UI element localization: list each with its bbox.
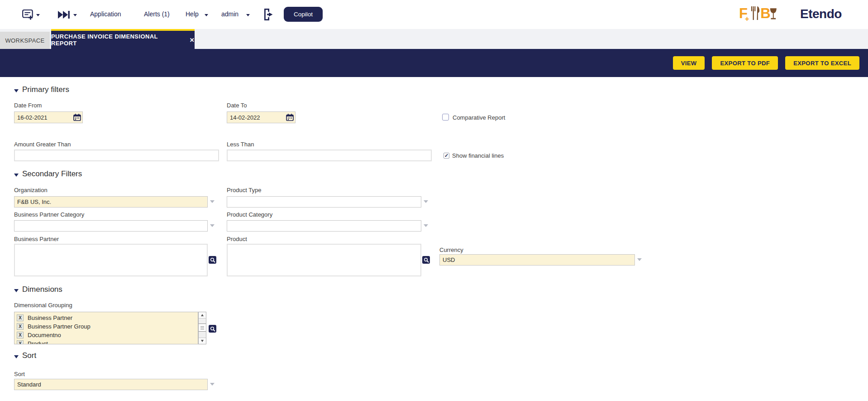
user-caret-icon[interactable] [246, 14, 250, 16]
sort-input[interactable] [14, 379, 208, 390]
scrollbar-thumb[interactable] [199, 324, 206, 332]
tab-workspace-label: WORKSPACE [5, 37, 44, 44]
copilot-button[interactable]: Copilot [284, 7, 323, 22]
currency-label: Currency [439, 246, 463, 253]
dimensional-grouping-label: Dimensional Grouping [14, 302, 72, 309]
etendo-logo: Etendo [800, 7, 842, 21]
dimensions-section-title[interactable]: Dimensions [22, 285, 62, 294]
secondary-filters-collapse-icon[interactable] [14, 174, 19, 177]
help-caret-icon[interactable] [205, 14, 208, 16]
export-to-excel-button[interactable]: EXPORT TO EXCEL [785, 56, 859, 70]
product-category-label: Product Category [227, 211, 272, 218]
date-from-label: Date From [14, 102, 42, 109]
remove-item-icon[interactable]: X [17, 340, 24, 344]
new-record-menu-icon[interactable] [22, 9, 34, 22]
date-from-calendar-icon[interactable] [73, 114, 81, 121]
nav-user-admin[interactable]: admin [221, 10, 238, 18]
wine-glass-glyph [770, 8, 777, 19]
list-item[interactable]: X Product [14, 339, 198, 344]
less-than-label: Less Than [227, 141, 254, 148]
sort-label: Sort [14, 371, 25, 377]
product-type-input[interactable] [227, 196, 421, 208]
sort-collapse-icon[interactable] [14, 355, 19, 358]
sort-section-title[interactable]: Sort [22, 351, 36, 360]
list-item-label: Documentno [28, 332, 61, 338]
nav-application[interactable]: Application [90, 10, 121, 18]
business-partner-category-dropdown-caret-icon[interactable] [210, 224, 215, 227]
remove-item-icon[interactable]: X [17, 314, 24, 321]
view-button[interactable]: VIEW [673, 56, 705, 70]
date-to-label: Date To [227, 102, 247, 109]
currency-input[interactable] [439, 254, 635, 266]
export-to-pdf-button[interactable]: EXPORT TO PDF [712, 56, 778, 70]
product-search-icon[interactable] [422, 256, 430, 264]
fnb-logo-plus: + [745, 14, 749, 23]
primary-filters-section-title[interactable]: Primary filters [22, 85, 69, 94]
remove-item-icon[interactable]: X [17, 323, 24, 330]
amount-greater-than-input[interactable] [14, 150, 219, 161]
comparative-report-label: Comparative Report [453, 114, 505, 121]
organization-label: Organization [14, 187, 48, 193]
skip-forward-caret-icon[interactable] [73, 14, 77, 16]
scrollbar-up-icon[interactable] [199, 312, 206, 319]
fork-knife-glyph [751, 6, 759, 20]
list-item-label: Business Partner [28, 314, 72, 321]
primary-filters-collapse-icon[interactable] [14, 89, 19, 92]
list-item-label: Product [28, 340, 48, 344]
business-partner-category-label: Business Partner Category [14, 211, 84, 218]
product-type-dropdown-caret-icon[interactable] [424, 200, 428, 203]
show-financial-lines-label: Show financial lines [452, 152, 504, 159]
secondary-filters-section-title[interactable]: Secondary Filters [22, 169, 82, 179]
scrollbar-down-icon[interactable] [199, 338, 206, 344]
sort-dropdown-caret-icon[interactable] [210, 383, 215, 386]
top-header-bar: Application Alerts (1) Help admin Copilo… [0, 0, 868, 29]
product-textarea[interactable] [227, 244, 421, 276]
logout-door-icon[interactable] [263, 8, 274, 23]
organization-dropdown-caret-icon[interactable] [210, 200, 215, 203]
report-toolbar: VIEW EXPORT TO PDF EXPORT TO EXCEL [0, 49, 868, 77]
nav-help[interactable]: Help [186, 10, 199, 18]
tab-purchase-invoice-dimensional-report[interactable]: PURCHASE INVOICE DIMENSIONAL REPORT ✕ [51, 29, 195, 49]
amount-greater-than-label: Amount Greater Than [14, 141, 71, 148]
fnb-client-logo: F + B [739, 3, 778, 25]
list-item-label: Business Partner Group [28, 323, 91, 330]
business-partner-textarea[interactable] [14, 244, 208, 276]
dimensions-collapse-icon[interactable] [14, 289, 19, 292]
show-financial-lines-checkbox[interactable]: ✓ [444, 153, 449, 159]
tab-workspace[interactable]: WORKSPACE [0, 32, 50, 49]
remove-item-icon[interactable]: X [17, 332, 24, 338]
tab-close-icon[interactable]: ✕ [190, 37, 195, 43]
skip-forward-icon[interactable] [57, 10, 70, 21]
application-window: Application Alerts (1) Help admin Copilo… [0, 0, 868, 401]
new-record-menu-caret-icon[interactable] [36, 14, 40, 16]
dimensional-grouping-list[interactable]: X Business Partner X Business Partner Gr… [14, 312, 198, 344]
organization-input[interactable] [14, 196, 208, 208]
dimensional-grouping-scrollbar[interactable] [198, 312, 206, 344]
list-item[interactable]: X Business Partner Group [14, 322, 198, 331]
product-label: Product [227, 236, 247, 242]
toolbar-button-group: VIEW EXPORT TO PDF EXPORT TO EXCEL [673, 56, 859, 70]
product-category-dropdown-caret-icon[interactable] [424, 224, 428, 227]
dimensional-grouping-search-icon[interactable] [209, 325, 216, 333]
product-type-label: Product Type [227, 187, 261, 193]
nav-alerts[interactable]: Alerts (1) [144, 10, 170, 18]
business-partner-search-icon[interactable] [209, 256, 216, 264]
business-partner-label: Business Partner [14, 236, 59, 242]
business-partner-category-input[interactable] [14, 220, 208, 232]
tab-bar: WORKSPACE PURCHASE INVOICE DIMENSIONAL R… [0, 29, 868, 49]
less-than-input[interactable] [227, 150, 432, 161]
date-to-calendar-icon[interactable] [286, 114, 294, 121]
comparative-report-checkbox[interactable] [442, 114, 449, 121]
tab-active-label: PURCHASE INVOICE DIMENSIONAL REPORT [51, 33, 183, 47]
list-item[interactable]: X Business Partner [14, 314, 198, 322]
product-category-input[interactable] [227, 220, 421, 232]
fnb-logo-b: B [760, 5, 771, 21]
date-to-input[interactable] [227, 111, 296, 123]
currency-dropdown-caret-icon[interactable] [637, 258, 642, 261]
date-from-input[interactable] [14, 111, 83, 123]
list-item[interactable]: X Documentno [14, 331, 198, 339]
